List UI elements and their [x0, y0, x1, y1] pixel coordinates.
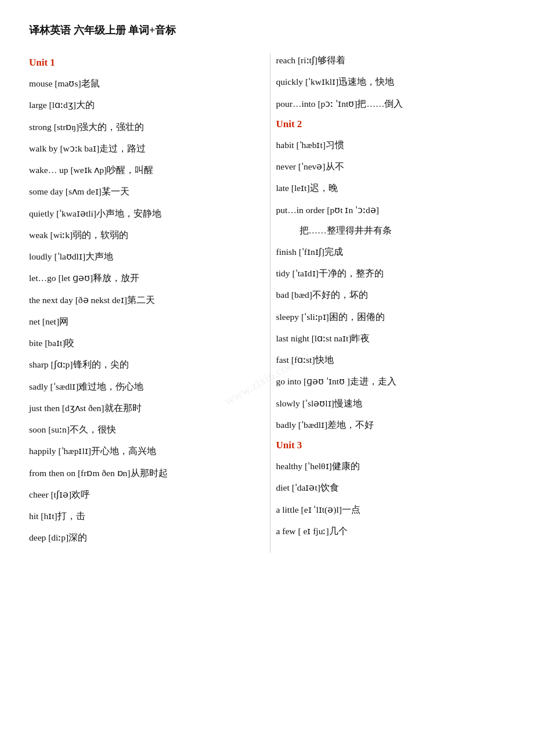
list-item: sadly [ˈsædlɪ]难过地，伤心地 [29, 380, 258, 393]
list-item: put…in order [pʊt ɪn ˈɔːdə] [276, 203, 506, 217]
list-item: happily [ˈhæpɪlɪ]开心地，高兴地 [29, 444, 258, 458]
list-item: a few [ eɪ fjuː]几个 [276, 524, 506, 538]
list-item: a little [eɪ ˈlɪt(ə)l]一点 [276, 503, 506, 516]
list-item: pour…into [pɔː ˈɪntʊ]把……倒入 [276, 97, 506, 110]
list-item: finish [ˈfɪnɪʃ]完成 [276, 245, 506, 258]
unit1-heading: Unit 1 [29, 57, 258, 69]
list-item: late [leɪt]迟，晚 [276, 181, 506, 195]
unit3-heading: Unit 3 [276, 440, 506, 451]
list-item: net [net]网 [29, 315, 258, 328]
list-item: reach [riːtʃ]够得着 [276, 53, 506, 67]
list-item: sleepy [ˈsliːpɪ]困的，困倦的 [276, 310, 506, 323]
list-item: tidy [ˈtaɪdɪ]干净的，整齐的 [276, 267, 506, 280]
list-item: hit [hɪt]打，击 [29, 509, 258, 523]
list-item: the next day [ðə nekst deɪ]第二天 [29, 293, 258, 307]
list-item: just then [dʒʌst ðen]就在那时 [29, 401, 258, 415]
list-item: soon [suːn]不久，很快 [29, 423, 258, 436]
list-item: strong [strɒŋ]强大的，强壮的 [29, 120, 258, 134]
right-column: reach [riːtʃ]够得着 quickly [ˈkwɪklɪ]迅速地，快地… [270, 53, 506, 553]
list-item: habit [ˈhæbɪt]习惯 [276, 138, 506, 152]
list-item: sharp [ʃɑːp]锋利的，尖的 [29, 358, 258, 371]
list-item: large [lɑːdʒ]大的 [29, 98, 258, 111]
list-item: go into [ɡəʊ ˈɪntʊ ]走进，走入 [276, 375, 506, 388]
list-item-indent: 把……整理得井井有条 [300, 225, 506, 237]
list-item: deep [diːp]深的 [29, 531, 258, 544]
list-item: loudly [ˈlaʊdlɪ]大声地 [29, 250, 258, 263]
page-title: 译林英语 六年级上册 单词+音标 [29, 23, 505, 37]
list-item: never [ˈnevə]从不 [276, 160, 506, 173]
list-item: from then on [frɒm ðen ɒn]从那时起 [29, 466, 258, 480]
list-item: wake… up [weɪk ʌp]吵醒，叫醒 [29, 163, 258, 177]
list-item: bad [bæd]不好的，坏的 [276, 288, 506, 301]
list-item: quickly [ˈkwɪklɪ]迅速地，快地 [276, 75, 506, 88]
list-item: mouse [maʊs]老鼠 [29, 77, 258, 90]
list-item: healthy [ˈhelθɪ]健康的 [276, 459, 506, 473]
list-item: last night [lɑːst naɪt]昨夜 [276, 332, 506, 345]
list-item: quietly [ˈkwaɪətli]小声地，安静地 [29, 207, 258, 220]
left-column: Unit 1 mouse [maʊs]老鼠 large [lɑːdʒ]大的 st… [29, 53, 270, 553]
list-item: diet [ˈdaɪət]饮食 [276, 481, 506, 494]
list-item: let…go [let ɡəʊ]释放，放开 [29, 271, 258, 285]
list-item: some day [sʌm deɪ]某一天 [29, 185, 258, 198]
list-item: badly [ˈbædlɪ]差地，不好 [276, 418, 506, 431]
unit2-heading: Unit 2 [276, 118, 506, 130]
list-item: fast [fɑːst]快地 [276, 353, 506, 366]
list-item: bite [baɪt]咬 [29, 336, 258, 350]
list-item: weak [wiːk]弱的，软弱的 [29, 228, 258, 242]
list-item: walk by [wɔːk baɪ]走过，路过 [29, 142, 258, 155]
list-item: cheer [tʃɪə]欢呼 [29, 488, 258, 501]
list-item: slowly [ˈsləʊlɪ]慢速地 [276, 397, 506, 410]
